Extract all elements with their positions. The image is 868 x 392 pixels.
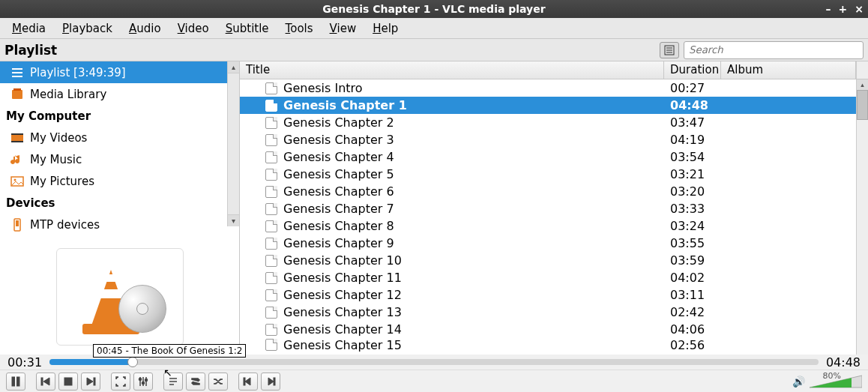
sidebar-item-label: MTP devices: [30, 218, 100, 232]
menu-media[interactable]: Media: [4, 20, 53, 37]
track-row[interactable]: Genesis Chapter 903:55: [240, 235, 868, 252]
skip-back-button[interactable]: [238, 373, 258, 391]
track-row[interactable]: Genesis Chapter 803:24: [240, 217, 868, 235]
track-row[interactable]: Genesis Chapter 703:33: [240, 200, 868, 217]
column-title[interactable]: Title: [240, 61, 664, 79]
stop-button[interactable]: [58, 373, 78, 391]
track-row[interactable]: Genesis Chapter 1404:06: [240, 321, 868, 338]
track-title: Genesis Chapter 6: [283, 184, 664, 199]
sidebar-item-playlist-3-49-39-[interactable]: Playlist [3:49:39]: [0, 61, 239, 83]
track-title: Genesis Chapter 15: [283, 338, 664, 352]
pause-button[interactable]: [6, 373, 25, 391]
track-row[interactable]: Genesis Chapter 503:21: [240, 166, 868, 183]
track-row[interactable]: Genesis Chapter 1203:11: [240, 286, 868, 304]
track-row[interactable]: Genesis Intro00:27: [240, 79, 868, 97]
svg-rect-16: [12, 377, 15, 386]
file-icon: [265, 255, 277, 267]
file-icon: [265, 238, 277, 250]
track-list: Title Duration Album Genesis Intro00:27G…: [240, 61, 868, 355]
track-row[interactable]: Genesis Chapter 1302:42: [240, 304, 868, 321]
svg-rect-11: [11, 141, 23, 142]
svg-marker-33: [245, 378, 250, 385]
sidebar-scrollbar[interactable]: ▴ ▾: [227, 61, 239, 226]
previous-button[interactable]: [36, 373, 55, 391]
file-icon: [265, 307, 277, 319]
menu-playback[interactable]: Playback: [55, 20, 120, 37]
list-scrollbar[interactable]: ▴: [856, 79, 868, 355]
window-close-button[interactable]: ×: [855, 3, 864, 15]
sidebar-section-devices: Devices: [0, 192, 239, 214]
track-row[interactable]: Genesis Chapter 1502:56: [240, 338, 868, 352]
file-icon: [265, 134, 277, 146]
track-title: Genesis Chapter 11: [283, 271, 664, 285]
menu-subtitle[interactable]: Subtitle: [218, 20, 277, 37]
track-row[interactable]: Genesis Chapter 1104:02: [240, 269, 868, 286]
fullscreen-button[interactable]: [111, 373, 130, 391]
track-duration: 03:59: [670, 253, 727, 268]
track-title: Genesis Chapter 3: [283, 133, 664, 147]
speaker-icon[interactable]: 🔊: [792, 376, 805, 388]
menubar: MediaPlaybackAudioVideoSubtitleToolsView…: [0, 18, 868, 39]
column-duration[interactable]: Duration: [664, 61, 721, 79]
next-button[interactable]: [81, 373, 100, 391]
svg-point-13: [14, 178, 16, 181]
playlist-title: Playlist: [4, 43, 57, 58]
search-input[interactable]: [684, 41, 864, 59]
sidebar-item-mtp-devices[interactable]: MTP devices: [0, 214, 239, 235]
track-duration: 04:48: [670, 98, 727, 112]
pictures-icon: [10, 175, 24, 188]
control-bar: 🔊 80%: [0, 370, 868, 392]
track-row[interactable]: Genesis Chapter 203:47: [240, 114, 868, 131]
menu-help[interactable]: Help: [365, 20, 406, 37]
menu-tools[interactable]: Tools: [278, 20, 321, 37]
scroll-up-icon[interactable]: ▴: [857, 79, 868, 90]
track-duration: 03:54: [670, 150, 727, 164]
sidebar-item-my-videos[interactable]: My Videos: [0, 127, 239, 148]
file-icon: [265, 82, 277, 94]
scroll-up-icon[interactable]: ▴: [228, 61, 239, 73]
window-maximize-button[interactable]: +: [839, 3, 848, 15]
track-duration: 03:11: [670, 288, 727, 302]
loop-button[interactable]: [186, 373, 205, 391]
file-icon: [265, 100, 277, 112]
seek-bar[interactable]: ↖: [49, 359, 819, 365]
file-icon: [265, 339, 277, 351]
track-duration: 04:02: [670, 271, 727, 285]
column-album[interactable]: Album: [721, 61, 856, 79]
file-icon: [265, 289, 277, 301]
extended-settings-button[interactable]: [133, 373, 153, 391]
file-icon: [265, 169, 277, 181]
time-elapsed: 00:31: [7, 355, 42, 370]
track-title: Genesis Intro: [283, 81, 664, 95]
svg-marker-34: [268, 378, 274, 385]
sidebar-item-my-pictures[interactable]: My Pictures: [0, 170, 239, 192]
scroll-thumb[interactable]: [857, 90, 868, 120]
sidebar-item-media-library[interactable]: Media Library: [0, 83, 239, 105]
track-title: Genesis Chapter 14: [283, 322, 664, 337]
scroll-down-icon[interactable]: ▾: [228, 214, 239, 226]
volume-slider[interactable]: [810, 374, 862, 389]
track-row[interactable]: Genesis Chapter 104:48: [240, 97, 868, 114]
track-row[interactable]: Genesis Chapter 1003:59: [240, 252, 868, 269]
seek-knob[interactable]: [127, 357, 138, 367]
menu-video[interactable]: Video: [170, 20, 217, 37]
view-toggle-button[interactable]: [660, 42, 679, 58]
list-header: Title Duration Album: [240, 61, 868, 79]
disc-icon: [118, 285, 166, 333]
svg-rect-15: [16, 220, 19, 226]
svg-rect-22: [94, 378, 95, 385]
track-row[interactable]: Genesis Chapter 403:54: [240, 148, 868, 166]
skip-forward-button[interactable]: [261, 373, 280, 391]
track-row[interactable]: Genesis Chapter 603:20: [240, 183, 868, 200]
sidebar-item-my-music[interactable]: My Music: [0, 148, 239, 170]
album-art: [56, 248, 184, 346]
track-row[interactable]: Genesis Chapter 304:19: [240, 131, 868, 148]
menu-view[interactable]: View: [322, 20, 364, 37]
window-minimize-button[interactable]: –: [826, 3, 831, 15]
menu-audio[interactable]: Audio: [121, 20, 169, 37]
shuffle-button[interactable]: [208, 373, 228, 391]
sidebar-item-label: Playlist [3:49:39]: [30, 66, 126, 79]
track-duration: 03:55: [670, 236, 727, 250]
library-icon: [10, 88, 24, 101]
svg-rect-35: [274, 378, 275, 385]
